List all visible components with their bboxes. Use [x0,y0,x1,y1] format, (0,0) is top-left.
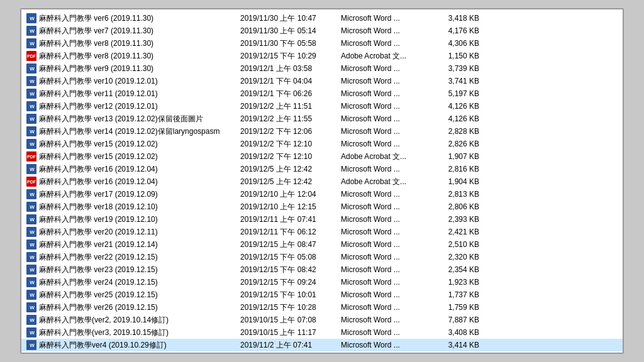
file-name: 麻醉科入門教學 ver24 (2019.12.15) [39,277,240,288]
file-type: Microsoft Word ... [341,265,429,274]
file-date: 2019/12/2 下午 12:06 [240,126,341,137]
file-type: Microsoft Word ... [341,14,429,23]
word-icon: W [26,265,36,275]
file-name: 麻醉科入門教學 ver26 (2019.12.15) [39,302,240,313]
file-type: Microsoft Word ... [341,278,429,287]
file-size: 3,408 KB [429,328,479,337]
file-date: 2019/11/30 上午 10:47 [240,13,341,24]
file-size: 4,176 KB [429,26,479,35]
file-date: 2019/11/2 上午 07:41 [240,340,341,351]
file-type: Adobe Acrobat 文... [341,151,429,162]
word-icon: W [26,189,36,199]
table-row[interactable]: W麻醉科入門教學 ver14 (2019.12.02)保留laryngospas… [21,125,623,138]
file-type: Microsoft Word ... [341,253,429,261]
table-row[interactable]: W麻醉科入門教學 ver8 (2019.11.30)2019/11/30 下午 … [21,37,623,50]
file-type: Microsoft Word ... [341,165,429,173]
file-type: Microsoft Word ... [341,328,429,337]
table-row[interactable]: W麻醉科入門教學 ver10 (2019.12.01)2019/12/1 下午 … [21,75,623,87]
file-type: Microsoft Word ... [341,26,429,35]
table-row[interactable]: W麻醉科入門教學 ver22 (2019.12.15)2019/12/15 下午… [21,251,623,263]
file-name: 麻醉科入門教學 ver23 (2019.12.15) [39,265,240,275]
word-icon: W [26,164,36,174]
file-size: 2,510 KB [429,240,479,249]
file-name: 麻醉科入門教學 ver10 (2019.12.01) [39,76,240,87]
table-row[interactable]: W麻醉科入門教學 ver6 (2019.11.30)2019/11/30 上午 … [21,12,623,25]
file-type: Microsoft Word ... [341,64,429,73]
file-size: 1,904 KB [429,177,479,186]
table-row[interactable]: W麻醉科入門教學 ver17 (2019.12.09)2019/12/10 上午… [21,188,623,200]
file-size: 4,306 KB [429,39,479,48]
file-type: Adobe Acrobat 文... [341,177,429,187]
table-row[interactable]: PDF麻醉科入門教學 ver8 (2019.11.30)2019/12/15 下… [21,50,623,62]
file-list[interactable]: W麻醉科入門教學 ver6 (2019.11.30)2019/11/30 上午 … [21,9,623,353]
table-row[interactable]: W麻醉科入門教學 ver7 (2019.11.30)2019/11/30 上午 … [21,25,623,37]
word-icon: W [26,202,36,212]
file-name: 麻醉科入門教學 ver7 (2019.11.30) [39,26,240,36]
file-name: 麻醉科入門教學 ver20 (2019.12.11) [39,227,240,238]
file-type: Microsoft Word ... [341,89,429,98]
file-type: Microsoft Word ... [341,114,429,123]
word-icon: W [26,114,36,124]
file-name: 麻醉科入門教學 ver15 (2019.12.02) [39,151,240,162]
file-date: 2019/12/11 上午 07:41 [240,214,341,225]
file-name: 麻醉科入門教學 ver13 (2019.12.02)保留後面圖片 [39,114,240,124]
word-icon: W [26,214,36,224]
table-row[interactable]: W麻醉科入門教學 ver25 (2019.12.15)2019/12/15 下午… [21,288,623,301]
pdf-icon: PDF [26,51,36,61]
word-icon: W [26,290,36,300]
table-row[interactable]: W麻醉科入門教學 ver21 (2019.12.14)2019/12/15 上午… [21,238,623,251]
word-icon: W [26,89,36,99]
file-date: 2019/12/15 上午 08:47 [240,239,341,250]
table-row[interactable]: PDF麻醉科入門教學 ver15 (2019.12.02)2019/12/2 下… [21,150,623,163]
table-row[interactable]: W麻醉科入門教學(ver3, 2019.10.15修訂)2019/10/15 上… [21,326,623,339]
file-size: 1,759 KB [429,303,479,312]
table-row[interactable]: W麻醉科入門教學 ver24 (2019.12.15)2019/12/15 下午… [21,276,623,288]
table-row[interactable]: W麻醉科入門教學 ver9 (2019.11.30)2019/12/1 上午 0… [21,62,623,75]
table-row[interactable]: W麻醉科入門教學 ver23 (2019.12.15)2019/12/15 下午… [21,263,623,276]
file-size: 2,393 KB [429,215,479,224]
word-icon: W [26,101,36,111]
file-size: 1,907 KB [429,152,479,161]
table-row[interactable]: W麻醉科入門教學 ver19 (2019.12.10)2019/12/11 上午… [21,213,623,226]
file-size: 1,923 KB [429,278,479,287]
table-row[interactable]: W麻醉科入門教學 ver15 (2019.12.02)2019/12/2 下午 … [21,138,623,150]
word-icon: W [26,315,36,325]
file-type: Microsoft Word ... [341,341,429,349]
file-type: Adobe Acrobat 文... [341,51,429,62]
file-name: 麻醉科入門教學 ver16 (2019.12.04) [39,164,240,175]
word-icon: W [26,227,36,237]
word-icon: W [26,340,36,350]
table-row[interactable]: W麻醉科入門教學 ver13 (2019.12.02)保留後面圖片2019/12… [21,112,623,125]
file-date: 2019/12/1 下午 06:26 [240,89,341,99]
pdf-icon: PDF [26,177,36,187]
file-type: Microsoft Word ... [341,39,429,48]
file-size: 5,197 KB [429,89,479,98]
file-size: 2,828 KB [429,127,479,136]
file-size: 7,887 KB [429,315,479,324]
table-row[interactable]: PDF麻醉科入門教學 ver16 (2019.12.04)2019/12/5 上… [21,175,623,188]
file-type: Microsoft Word ... [341,215,429,224]
file-type: Microsoft Word ... [341,77,429,85]
table-row[interactable]: W麻醉科入門教學 ver16 (2019.12.04)2019/12/5 上午 … [21,163,623,175]
file-explorer-window: W麻醉科入門教學 ver6 (2019.11.30)2019/11/30 上午 … [20,8,624,354]
file-date: 2019/11/30 下午 05:58 [240,38,341,49]
file-date: 2019/12/15 下午 05:08 [240,252,341,263]
file-name: 麻醉科入門教學 ver12 (2019.12.01) [39,101,240,112]
file-name: 麻醉科入門教學ver4 (2019.10.29修訂) [39,340,240,351]
table-row[interactable]: W麻醉科入門教學 ver12 (2019.12.01)2019/12/2 上午 … [21,100,623,112]
file-date: 2019/12/5 上午 12:42 [240,177,341,187]
file-name: 麻醉科入門教學 ver11 (2019.12.01) [39,89,240,99]
file-name: 麻醉科入門教學 ver18 (2019.12.10) [39,202,240,212]
file-date: 2019/12/15 下午 10:01 [240,290,341,300]
file-size: 4,126 KB [429,102,479,111]
word-icon: W [26,13,36,23]
table-row[interactable]: W麻醉科入門教學 ver26 (2019.12.15)2019/12/15 下午… [21,301,623,314]
table-row[interactable]: W麻醉科入門教學 ver18 (2019.12.10)2019/12/10 上午… [21,200,623,213]
file-date: 2019/11/30 上午 05:14 [240,26,341,36]
table-row[interactable]: W麻醉科入門教學 ver20 (2019.12.11)2019/12/11 下午… [21,226,623,238]
table-row[interactable]: W麻醉科入門教學ver4 (2019.10.29修訂)2019/11/2 上午 … [21,339,623,351]
file-date: 2019/12/15 下午 10:28 [240,302,341,313]
word-icon: W [26,277,36,287]
table-row[interactable]: W麻醉科入門教學(ver2, 2019.10.14修訂)2019/10/15 上… [21,314,623,326]
table-row[interactable]: W麻醉科入門教學 ver11 (2019.12.01)2019/12/1 下午 … [21,87,623,100]
